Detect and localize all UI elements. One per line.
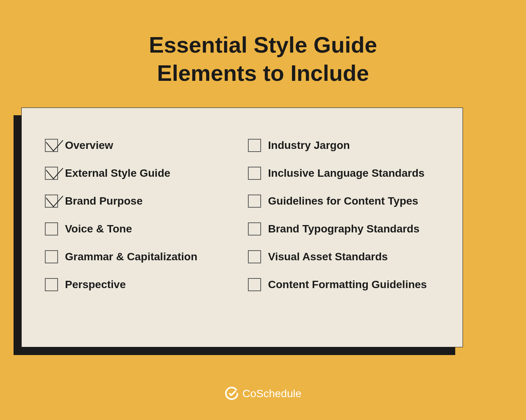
checklist-item: Brand Purpose	[45, 195, 236, 208]
page-title-wrapper: Essential Style Guide Elements to Includ…	[0, 31, 526, 87]
brand-logo: CoSchedule	[225, 387, 302, 401]
checkbox-icon	[248, 278, 261, 291]
checklist-card: OverviewExternal Style GuideBrand Purpos…	[21, 108, 463, 347]
checklist-item-label: Perspective	[65, 278, 126, 291]
title-line-2: Elements to Include	[157, 60, 369, 85]
checklist-item-label: External Style Guide	[65, 167, 170, 179]
checklist-item-label: Visual Asset Standards	[268, 251, 388, 263]
checklist-item: Content Formatting Guidelines	[248, 278, 439, 291]
left-column: OverviewExternal Style GuideBrand Purpos…	[45, 139, 236, 291]
checklist-item: Industry Jargon	[248, 139, 439, 152]
title-line-1: Essential Style Guide	[149, 32, 377, 57]
coschedule-icon	[225, 387, 239, 401]
checkbox-icon	[248, 250, 261, 263]
checkbox-icon	[248, 195, 261, 208]
checklist-item-label: Grammar & Capitalization	[65, 251, 197, 263]
checklist-item: Brand Typography Standards	[248, 222, 439, 236]
checkbox-icon	[248, 167, 261, 180]
checklist-columns: OverviewExternal Style GuideBrand Purpos…	[45, 139, 439, 291]
checklist-item: Overview	[45, 139, 236, 152]
checklist-item-label: Guidelines for Content Types	[268, 195, 418, 207]
checklist-item-label: Voice & Tone	[65, 223, 132, 235]
checklist-item: Inclusive Language Standards	[248, 167, 439, 180]
page-title: Essential Style Guide Elements to Includ…	[0, 31, 526, 87]
checklist-item-label: Inclusive Language Standards	[268, 167, 425, 179]
checklist-item: Guidelines for Content Types	[248, 195, 439, 208]
checklist-item: Grammar & Capitalization	[45, 250, 236, 263]
checklist-item-label: Brand Purpose	[65, 195, 143, 207]
brand-name: CoSchedule	[243, 388, 302, 400]
checklist-item-label: Brand Typography Standards	[268, 223, 420, 235]
checklist-item: Visual Asset Standards	[248, 250, 439, 263]
checkbox-icon	[45, 222, 58, 236]
checkbox-icon	[248, 139, 261, 152]
checkbox-icon	[45, 195, 58, 208]
checklist-item: Voice & Tone	[45, 222, 236, 236]
right-column: Industry JargonInclusive Language Standa…	[248, 139, 439, 291]
checklist-item: Perspective	[45, 278, 236, 291]
checklist-item: External Style Guide	[45, 167, 236, 180]
checkbox-icon	[45, 139, 58, 152]
checklist-item-label: Industry Jargon	[268, 139, 350, 152]
checkbox-icon	[45, 250, 58, 263]
checkbox-icon	[248, 222, 261, 236]
footer: CoSchedule	[0, 387, 526, 401]
checkbox-icon	[45, 278, 58, 291]
checkbox-icon	[45, 167, 58, 180]
checklist-item-label: Content Formatting Guidelines	[268, 278, 427, 291]
checklist-item-label: Overview	[65, 139, 113, 152]
